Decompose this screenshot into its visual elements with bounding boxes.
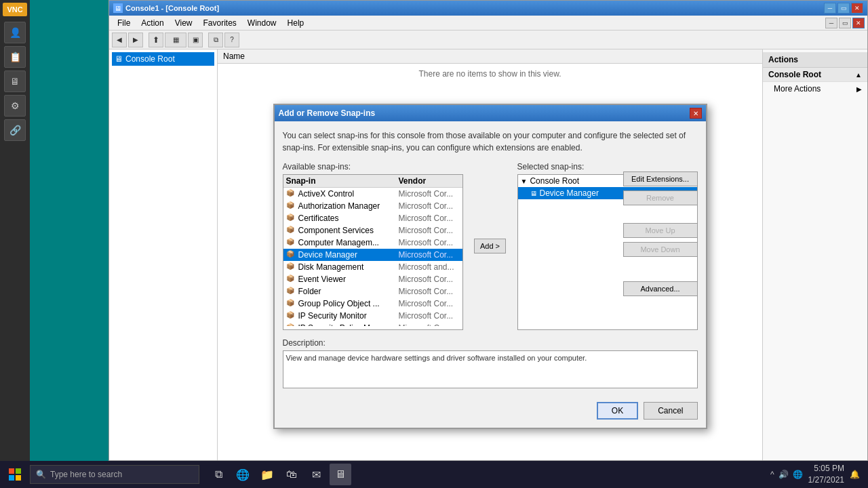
ok-button[interactable]: OK — [597, 402, 638, 420]
selected-snapins-section: Selected snap-ins: ▼ Console Root 🖥 Devi… — [517, 162, 698, 330]
back-button[interactable]: ◀ — [112, 33, 127, 47]
sidebar-icon-settings[interactable]: ⚙ — [4, 95, 26, 117]
clock[interactable]: 5:05 PM 1/27/2021 — [808, 463, 844, 486]
taskbar-icon-explorer[interactable]: 📁 — [256, 464, 278, 485]
device-manager-label: Device Manager — [540, 188, 599, 198]
search-icon: 🔍 — [36, 470, 46, 479]
notification-icon[interactable]: 🔔 — [850, 470, 860, 479]
taskbar-icon-task-view[interactable]: ⧉ — [208, 464, 229, 485]
taskbar-icon-console[interactable]: 🖥 — [330, 464, 351, 485]
remove-button[interactable]: Remove — [623, 190, 698, 205]
dialog-description: You can select snap-ins for this console… — [283, 129, 698, 154]
snapin-icon: 📦 — [286, 238, 296, 247]
actions-panel: Actions Console Root ▲ More Actions ▶ — [762, 49, 867, 460]
more-actions-item[interactable]: More Actions ▶ — [763, 82, 867, 96]
snapin-item-2[interactable]: 📦 Certificates Microsoft Cor... — [283, 212, 462, 224]
snapin-item-4[interactable]: 📦 Computer Managem... Microsoft Cor... — [283, 237, 462, 249]
tray-network-icon[interactable]: 🌐 — [793, 470, 803, 479]
system-tray: ^ 🔊 🌐 — [770, 470, 803, 479]
window-icon: 🖥 — [113, 3, 123, 13]
move-down-button[interactable]: Move Down — [623, 242, 698, 257]
taskbar-icon-edge[interactable]: 🌐 — [232, 464, 254, 485]
snapin-icon: 📦 — [286, 274, 296, 284]
header-vendor: Vendor — [399, 176, 460, 186]
menu-help[interactable]: Help — [282, 17, 310, 29]
snapin-item-6[interactable]: 📦 Disk Management Microsoft and... — [283, 261, 462, 273]
vnc-logo: VNC — [3, 3, 27, 16]
snapin-item-5[interactable]: 📦 Device Manager Microsoft Cor... — [283, 249, 462, 261]
up-button[interactable]: ⬆ — [149, 33, 163, 47]
snapin-name: IP Security Monitor — [298, 311, 399, 321]
actions-title: Actions — [763, 52, 867, 68]
console-root-label: Console Root — [125, 54, 175, 64]
title-bar: 🖥 Console1 - [Console Root] ─ ▭ ✕ — [109, 1, 867, 16]
edit-extensions-button[interactable]: Edit Extensions... — [623, 171, 698, 186]
clock-date: 1/27/2021 — [808, 474, 844, 486]
advanced-button[interactable]: Advanced... — [623, 281, 698, 296]
help-button[interactable]: ? — [224, 33, 239, 47]
snapin-icon: 📦 — [286, 299, 296, 308]
available-snapins-container: Snap-in Vendor 📦 ActiveX Control Microso… — [283, 174, 463, 330]
available-snapins-list: 📦 ActiveX Control Microsoft Cor...📦 Auth… — [283, 188, 462, 326]
snapin-item-8[interactable]: 📦 Folder Microsoft Cor... — [283, 285, 462, 298]
tray-up-arrow[interactable]: ^ — [770, 470, 774, 479]
svg-rect-0 — [9, 468, 14, 474]
restore-button[interactable]: ▭ — [837, 3, 850, 14]
start-button[interactable] — [3, 464, 27, 485]
list-panel: Name There are no items to show in this … — [218, 49, 762, 460]
menu-favorites[interactable]: Favorites — [198, 17, 242, 29]
move-up-button[interactable]: Move Up — [623, 223, 698, 238]
snapin-item-0[interactable]: 📦 ActiveX Control Microsoft Cor... — [283, 188, 462, 200]
snapin-item-1[interactable]: 📦 Authorization Manager Microsoft Cor... — [283, 200, 462, 212]
snapin-item-11[interactable]: 📦 IP Security Policy M... Microsoft Cor.… — [283, 322, 462, 326]
minimize-button[interactable]: ─ — [824, 3, 836, 14]
svg-rect-1 — [16, 468, 21, 474]
tree-item-console-root[interactable]: 🖥 Console Root — [112, 52, 214, 66]
actions-console-root-header[interactable]: Console Root ▲ — [763, 68, 867, 82]
view-button[interactable]: ▦ — [165, 33, 186, 47]
show-hide-button[interactable]: ▣ — [188, 33, 203, 47]
add-button[interactable]: Add > — [474, 239, 506, 253]
snapin-vendor: Microsoft Cor... — [399, 311, 460, 321]
snapin-item-9[interactable]: 📦 Group Policy Object ... Microsoft Cor.… — [283, 298, 462, 310]
search-bar[interactable]: 🔍 Type here to search — [30, 465, 199, 484]
forward-button[interactable]: ▶ — [128, 33, 143, 47]
snapin-item-10[interactable]: 📦 IP Security Monitor Microsoft Cor... — [283, 310, 462, 322]
dialog-close-button[interactable]: ✕ — [690, 108, 702, 119]
mdi-restore-button[interactable]: ▭ — [839, 18, 851, 28]
snapin-icon: 📦 — [286, 250, 296, 260]
add-button-area: Add > — [470, 162, 511, 330]
sidebar-icon-link[interactable]: 🔗 — [4, 119, 26, 141]
menu-action[interactable]: Action — [136, 17, 169, 29]
taskbar: 🔍 Type here to search ⧉ 🌐 📁 🛍 ✉ 🖥 ^ 🔊 🌐 … — [0, 461, 868, 488]
taskbar-icon-mail[interactable]: ✉ — [305, 464, 327, 485]
windows-logo-icon — [8, 468, 22, 481]
mdi-minimize-button[interactable]: ─ — [825, 18, 837, 28]
add-remove-snapins-dialog: Add or Remove Snap-ins ✕ You can select … — [273, 104, 707, 429]
main-window: 🖥 Console1 - [Console Root] ─ ▭ ✕ File A… — [108, 0, 868, 461]
dialog-content: Available snap-ins: Snap-in Vendor 📦 Act… — [283, 162, 698, 330]
collapse-button[interactable]: ▲ — [855, 71, 862, 79]
mdi-close-button[interactable]: ✕ — [852, 18, 865, 28]
snapin-name: Certificates — [298, 214, 399, 223]
snapin-list-header: Snap-in Vendor — [283, 175, 462, 188]
description-label: Description: — [283, 338, 698, 348]
menu-file[interactable]: File — [112, 17, 136, 29]
description-box: View and manage device hardware settings… — [283, 350, 698, 388]
sidebar-icon-list[interactable]: 📋 — [4, 46, 26, 68]
vnc-sidebar: VNC 👤 📋 🖥 ⚙ 🔗 — [0, 0, 30, 461]
available-snapins-section: Available snap-ins: Snap-in Vendor 📦 Act… — [283, 162, 463, 330]
snapin-item-3[interactable]: 📦 Component Services Microsoft Cor... — [283, 224, 462, 237]
menu-window[interactable]: Window — [242, 17, 282, 29]
new-window-button[interactable]: ⧉ — [208, 33, 223, 47]
snapin-item-7[interactable]: 📦 Event Viewer Microsoft Cor... — [283, 273, 462, 285]
sidebar-icon-user[interactable]: 👤 — [4, 22, 26, 43]
taskbar-icon-store[interactable]: 🛍 — [281, 464, 302, 485]
snapin-vendor: Microsoft Cor... — [399, 287, 460, 296]
sidebar-icon-monitor[interactable]: 🖥 — [4, 70, 26, 92]
menu-view[interactable]: View — [170, 17, 198, 29]
cancel-button[interactable]: Cancel — [644, 402, 697, 420]
close-button[interactable]: ✕ — [851, 3, 863, 14]
snapin-name: Group Policy Object ... — [298, 299, 399, 308]
tray-volume-icon[interactable]: 🔊 — [778, 470, 789, 479]
